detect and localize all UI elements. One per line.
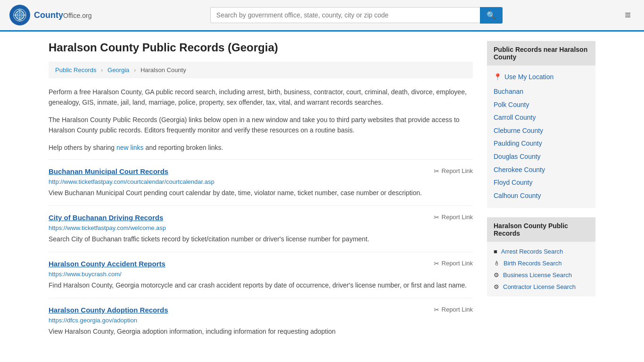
record-title[interactable]: Haralson County Adoption Records — [49, 306, 168, 314]
record-description: Find Haralson County, Georgia motorcycle… — [49, 280, 473, 290]
record-url[interactable]: https://dfcs.georgia.gov/adoption — [49, 317, 473, 324]
report-icon: ✂ — [434, 214, 439, 221]
breadcrumb: Public Records › Georgia › Haralson Coun… — [49, 62, 473, 78]
sidebar-record-item: 🕯 Birth Records Search — [487, 257, 595, 269]
record-type-icon: ■ — [494, 248, 497, 255]
nearby-links: BuchananPolk CountyCarroll CountyCleburn… — [494, 85, 589, 202]
nearby-content: 📍 Use My Location BuchananPolk CountyCar… — [487, 66, 595, 208]
record-type-link[interactable]: Business License Search — [503, 272, 572, 279]
nearby-link[interactable]: Calhoun County — [494, 189, 589, 203]
record-type-link[interactable]: Arrest Records Search — [501, 248, 563, 255]
logo-area: CountyOffice.org — [9, 5, 91, 25]
hamburger-icon: ≡ — [625, 9, 631, 21]
record-entry: City of Buchanan Driving Records ✂ Repor… — [49, 206, 473, 252]
record-entry: Haralson County Adoption Records ✂ Repor… — [49, 298, 473, 344]
description-3-pre: Help others by sharing — [49, 144, 116, 151]
search-area: 🔍 — [210, 7, 503, 24]
report-link-button[interactable]: ✂ Report Link — [434, 214, 473, 221]
logo-icon — [9, 5, 30, 25]
breadcrumb-sep-2: › — [134, 66, 136, 74]
record-type-icon: ⚙ — [494, 272, 499, 279]
record-type-icon: 🕯 — [494, 260, 500, 267]
main-container: Haralson County Public Records (Georgia)… — [39, 32, 605, 354]
public-records-section: Haralson County Public Records ■ Arrest … — [487, 217, 595, 296]
record-type-icon: ⚙ — [494, 283, 499, 290]
record-header: City of Buchanan Driving Records ✂ Repor… — [49, 214, 473, 222]
record-entry: Buchanan Municipal Court Records ✂ Repor… — [49, 159, 473, 206]
breadcrumb-georgia[interactable]: Georgia — [107, 66, 129, 74]
report-link-button[interactable]: ✂ Report Link — [434, 167, 473, 175]
header: CountyOffice.org 🔍 ≡ — [0, 0, 644, 32]
use-location-button[interactable]: 📍 Use My Location — [494, 71, 589, 82]
nearby-link[interactable]: Buchanan — [494, 85, 589, 99]
nearby-link[interactable]: Cherokee County — [494, 164, 589, 177]
logo-text: CountyOffice.org — [34, 10, 91, 20]
report-icon: ✂ — [434, 167, 439, 175]
record-title[interactable]: Buchanan Municipal Court Records — [49, 167, 168, 175]
breadcrumb-current: Haralson County — [140, 66, 186, 74]
record-description: View Buchanan Municipal Court pending co… — [49, 188, 473, 198]
sidebar-records-content: ■ Arrest Records Search 🕯 Birth Records … — [487, 242, 595, 296]
report-link-button[interactable]: ✂ Report Link — [434, 260, 473, 267]
new-links-link[interactable]: new links — [116, 144, 144, 151]
content-area: Haralson County Public Records (Georgia)… — [49, 41, 473, 344]
description-2: The Haralson County Public Records (Geor… — [49, 115, 473, 136]
report-link-label: Report Link — [442, 214, 473, 221]
sidebar-record-item: ■ Arrest Records Search — [487, 246, 595, 257]
record-entry: Haralson County Accident Reports ✂ Repor… — [49, 252, 473, 298]
nearby-link[interactable]: Douglas County — [494, 150, 589, 164]
nearby-link[interactable]: Carroll County — [494, 111, 589, 124]
record-description: Search City of Buchanan traffic tickets … — [49, 234, 473, 244]
breadcrumb-public-records[interactable]: Public Records — [55, 66, 96, 74]
record-url[interactable]: https://www.ticketfastpay.com/welcome.as… — [49, 224, 473, 231]
report-icon: ✂ — [434, 306, 439, 313]
report-icon: ✂ — [434, 260, 439, 267]
search-icon: 🔍 — [487, 11, 496, 19]
description-3: Help others by sharing new links and rep… — [49, 142, 473, 153]
page-title: Haralson County Public Records (Georgia) — [49, 41, 473, 54]
breadcrumb-sep-1: › — [101, 66, 103, 74]
sidebar-record-item: ⚙ Business License Search — [487, 269, 595, 281]
sidebar: Public Records near Haralson County 📍 Us… — [487, 41, 595, 344]
record-description: View Haralson County, Georgia adoption i… — [49, 327, 473, 337]
description-3-post: and reporting broken links. — [144, 144, 223, 151]
nearby-link[interactable]: Paulding County — [494, 137, 589, 150]
record-url[interactable]: http://www.ticketfastpay.com/courtcalend… — [49, 178, 473, 185]
record-header: Haralson County Adoption Records ✂ Repor… — [49, 306, 473, 314]
record-title[interactable]: City of Buchanan Driving Records — [49, 214, 163, 222]
record-header: Buchanan Municipal Court Records ✂ Repor… — [49, 167, 473, 175]
record-type-link[interactable]: Contractor License Search — [503, 283, 576, 290]
record-url[interactable]: https://www.buycrash.com/ — [49, 271, 473, 278]
search-input[interactable] — [210, 7, 480, 23]
search-button[interactable]: 🔍 — [480, 7, 503, 24]
sidebar-record-item: ⚙ Contractor License Search — [487, 281, 595, 293]
report-link-label: Report Link — [442, 167, 473, 174]
record-title[interactable]: Haralson County Accident Reports — [49, 260, 165, 268]
report-link-label: Report Link — [442, 306, 473, 313]
location-icon: 📍 — [494, 73, 502, 81]
nearby-link[interactable]: Polk County — [494, 99, 589, 112]
nearby-header: Public Records near Haralson County — [487, 41, 595, 66]
menu-button[interactable]: ≡ — [621, 7, 635, 23]
records-container: Buchanan Municipal Court Records ✂ Repor… — [49, 159, 473, 344]
public-records-header: Haralson County Public Records — [487, 217, 595, 242]
nearby-link[interactable]: Floyd County — [494, 176, 589, 189]
report-link-label: Report Link — [442, 260, 473, 267]
nearby-section: Public Records near Haralson County 📍 Us… — [487, 41, 595, 208]
report-link-button[interactable]: ✂ Report Link — [434, 306, 473, 313]
description-1: Perform a free Haralson County, GA publi… — [49, 87, 473, 108]
record-type-link[interactable]: Birth Records Search — [504, 260, 562, 267]
use-location-label: Use My Location — [504, 73, 553, 81]
record-header: Haralson County Accident Reports ✂ Repor… — [49, 260, 473, 268]
nearby-link[interactable]: Cleburne County — [494, 124, 589, 138]
